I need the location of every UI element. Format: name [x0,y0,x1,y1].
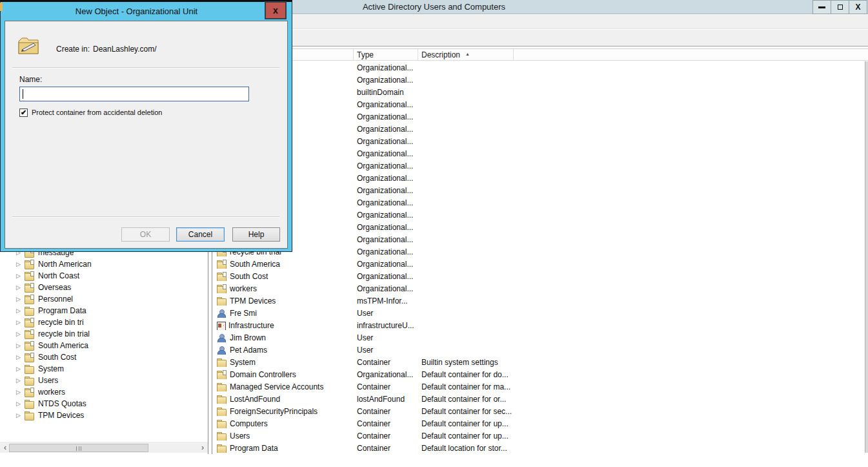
folder-icon [25,377,34,384]
table-row[interactable]: Organizational... [212,233,865,245]
expand-arrow-icon[interactable]: ▷ [16,317,23,328]
tree-item[interactable]: ▷ workers [0,386,208,398]
table-row[interactable]: Organizational... [212,184,865,196]
expand-arrow-icon[interactable]: ▷ [16,386,23,398]
table-row[interactable]: Managed Service Accounts Container Defau… [212,380,865,393]
table-row[interactable]: Organizational... [212,147,865,160]
table-row[interactable]: recycle bin trial Organizational... [212,245,865,258]
table-row[interactable]: builtinDomain [212,86,865,98]
tree-item-label: Users [38,376,58,385]
table-row[interactable]: South America Organizational... [212,258,865,270]
table-row[interactable]: Fre Smi User [212,307,865,319]
expand-arrow-icon[interactable]: ▷ [16,293,23,305]
ok-button[interactable]: OK [121,227,170,242]
tree-item[interactable]: ▷ recycle bin trial [0,328,208,340]
expand-arrow-icon[interactable]: ▷ [16,340,23,351]
row-type: Organizational... [354,76,418,85]
folder-icon [217,297,226,305]
ou-folder-icon [217,260,226,268]
expand-arrow-icon[interactable]: ▷ [16,305,23,317]
table-row[interactable]: workers Organizational... [212,282,865,295]
row-name: Jim Brown [230,333,266,342]
tree-item[interactable]: ▷ Users [0,375,208,386]
dialog-close-button[interactable]: x [265,1,287,19]
scrollbar-thumb[interactable] [9,444,148,452]
table-row[interactable]: Program Data Container Default location … [212,442,865,454]
tree-item[interactable]: ▷ North American [0,258,208,270]
close-icon: X [855,3,860,11]
expand-arrow-icon[interactable]: ▷ [16,270,23,282]
list-vertical-scrollbar[interactable] [865,61,868,453]
table-row[interactable]: Organizational... [212,196,865,209]
expand-arrow-icon[interactable]: ▷ [16,363,23,375]
table-row[interactable]: South Cost Organizational... [212,270,865,282]
table-row[interactable]: Organizational... [212,110,865,123]
minimize-button[interactable] [812,0,831,14]
table-row[interactable]: LostAndFound lostAndFound Default contai… [212,393,865,405]
help-button[interactable]: Help [232,227,280,242]
expand-arrow-icon[interactable]: ▷ [16,282,23,293]
table-row[interactable]: Organizational... [212,209,865,221]
cancel-button[interactable]: Cancel [176,227,225,242]
row-type: Organizational... [354,161,418,171]
table-row[interactable]: Users Container Default container for up… [212,430,865,442]
tree-item[interactable]: ▷ NTDS Quotas [0,398,208,410]
scrollbar-grip-icon [76,446,81,451]
create-in-value: DeanLashley.com/ [93,45,157,54]
tree-item-label: recycle bin tri [38,318,84,327]
scroll-right-arrow-icon[interactable]: › [197,442,208,453]
table-row[interactable]: ForeignSecurityPrincipals Container Defa… [212,405,865,417]
expand-arrow-icon[interactable]: ▷ [16,410,23,421]
table-row[interactable]: Pet Adams User [212,344,865,356]
table-row[interactable]: Organizational... [212,61,865,74]
tree-item-label: North American [38,260,92,269]
row-name: Computers [230,419,268,428]
tree-item[interactable]: ▷ Program Data [0,305,208,317]
table-row[interactable]: Jim Brown User [212,331,865,344]
row-type: Container [354,431,418,441]
protect-checkbox[interactable]: ✔ [19,109,28,117]
table-row[interactable]: Organizational... [212,172,865,184]
column-header-type[interactable]: Type [354,49,418,60]
table-row[interactable]: System Container Builtin system settings [212,356,865,368]
tree-item[interactable]: ▷ Overseas [0,282,208,293]
tree-item[interactable]: ▷ South Cost [0,351,208,363]
table-row[interactable]: Organizational... [212,74,865,86]
row-description: Default container for sec... [418,407,512,416]
ou-folder-icon [25,284,34,291]
table-row[interactable]: Organizational... [212,135,865,147]
tree-horizontal-scrollbar[interactable]: ‹ › [0,442,208,453]
table-row[interactable]: Organizational... [212,98,865,110]
tree-item-list: ▷ messauge ▷ North American ▷ North Coas… [0,247,208,421]
restore-button[interactable] [831,0,849,14]
caption-button-group: X [813,0,867,14]
name-input[interactable] [19,87,249,101]
infrastructure-icon [217,322,225,329]
tree-item[interactable]: ▷ South America [0,340,208,351]
table-row[interactable]: Organizational... [212,123,865,135]
expand-arrow-icon[interactable]: ▷ [16,328,23,340]
expand-arrow-icon[interactable]: ▷ [16,351,23,363]
tree-item-label: System [38,364,64,373]
table-row[interactable]: Domain Controllers Organizational... Def… [212,368,865,380]
user-icon [217,346,226,354]
ou-folder-icon [217,371,226,379]
tree-item[interactable]: ▷ recycle bin tri [0,317,208,328]
table-row[interactable]: Computers Container Default container fo… [212,417,865,430]
expand-arrow-icon[interactable]: ▷ [16,398,23,410]
column-header-description[interactable]: Description▲ [418,49,514,60]
row-name: ForeignSecurityPrincipals [230,407,318,416]
table-row[interactable]: Infrastructure infrastructureU... [212,319,865,331]
tree-item[interactable]: ▷ Personnel [0,293,208,305]
tree-item[interactable]: ▷ System [0,363,208,375]
close-button[interactable]: X [849,0,867,14]
expand-arrow-icon[interactable]: ▷ [16,258,23,270]
table-row[interactable]: TPM Devices msTPM-Infor... [212,295,865,307]
table-row[interactable]: Organizational... [212,160,865,172]
tree-item[interactable]: ▷ TPM Devices [0,410,208,421]
expand-arrow-icon[interactable]: ▷ [16,375,23,386]
row-type: builtinDomain [354,88,418,97]
row-type: User [354,333,418,342]
tree-item[interactable]: ▷ North Coast [0,270,208,282]
table-row[interactable]: Organizational... [212,221,865,233]
